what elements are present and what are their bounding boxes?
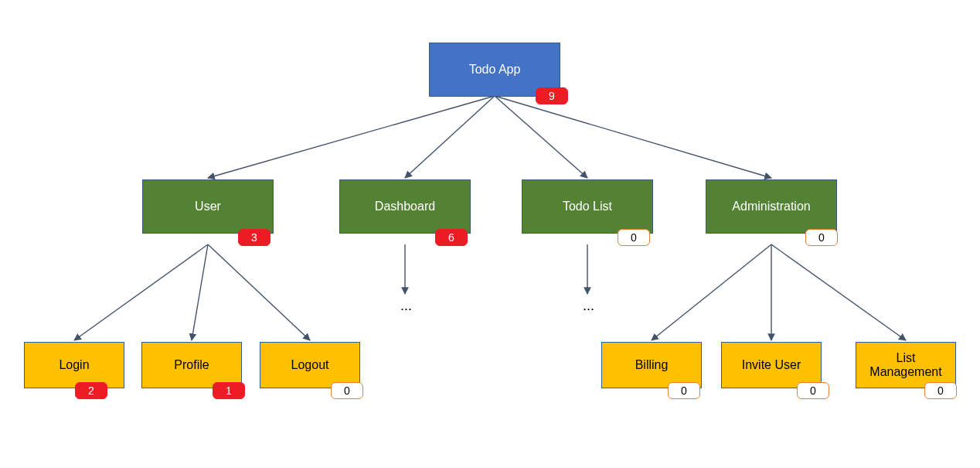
badge-value: 9 [549, 90, 555, 102]
svg-line-5 [192, 244, 208, 340]
node-user: User [142, 179, 274, 234]
badge-invite-user: 0 [797, 382, 829, 399]
node-label: Login [59, 358, 89, 372]
node-administration: Administration [706, 179, 837, 234]
svg-line-6 [208, 244, 310, 340]
badge-list-management: 0 [924, 382, 957, 399]
badge-todo-list: 0 [618, 229, 650, 246]
node-todo-list: Todo List [522, 179, 653, 234]
svg-line-4 [74, 244, 208, 340]
node-dashboard: Dashboard [339, 179, 471, 234]
badge-value: 3 [251, 231, 257, 244]
badge-todo-app: 9 [536, 87, 568, 104]
badge-value: 0 [344, 384, 350, 397]
node-label: List Management [861, 351, 951, 380]
svg-line-11 [771, 244, 906, 340]
badge-administration: 0 [805, 229, 838, 246]
svg-line-0 [208, 96, 495, 178]
node-login: Login [24, 342, 124, 388]
node-logout: Logout [260, 342, 360, 388]
badge-billing: 0 [668, 382, 700, 399]
svg-line-2 [495, 96, 587, 178]
badge-value: 0 [631, 231, 637, 244]
svg-line-3 [495, 96, 771, 178]
badge-value: 0 [818, 231, 825, 244]
badge-value: 0 [681, 384, 687, 397]
node-label: Invite User [742, 358, 801, 372]
badge-value: 1 [226, 384, 232, 397]
node-label: Administration [732, 200, 810, 214]
badge-value: 0 [937, 384, 944, 397]
tree-diagram: Todo App 9 User 3 Dashboard 6 Todo List … [0, 0, 980, 468]
ellipsis-todolist: ... [583, 298, 594, 314]
svg-line-9 [652, 244, 771, 340]
node-profile: Profile [141, 342, 242, 388]
badge-profile: 1 [213, 382, 245, 399]
ellipsis-dashboard: ... [400, 298, 412, 314]
node-label: Logout [291, 358, 329, 372]
node-label: Profile [174, 358, 209, 372]
badge-value: 6 [448, 231, 454, 244]
node-invite-user: Invite User [721, 342, 822, 388]
badge-user: 3 [238, 229, 271, 246]
node-label: User [195, 200, 221, 214]
node-label: Billing [635, 358, 669, 372]
node-list-management: List Management [856, 342, 956, 388]
node-billing: Billing [601, 342, 702, 388]
svg-line-1 [405, 96, 495, 178]
node-label: Todo App [469, 63, 521, 77]
badge-login: 2 [75, 382, 107, 399]
badge-logout: 0 [331, 382, 363, 399]
node-label: Todo List [563, 200, 612, 214]
badge-value: 2 [88, 384, 94, 397]
badge-dashboard: 6 [435, 229, 468, 246]
node-label: Dashboard [375, 200, 435, 214]
badge-value: 0 [810, 384, 816, 397]
